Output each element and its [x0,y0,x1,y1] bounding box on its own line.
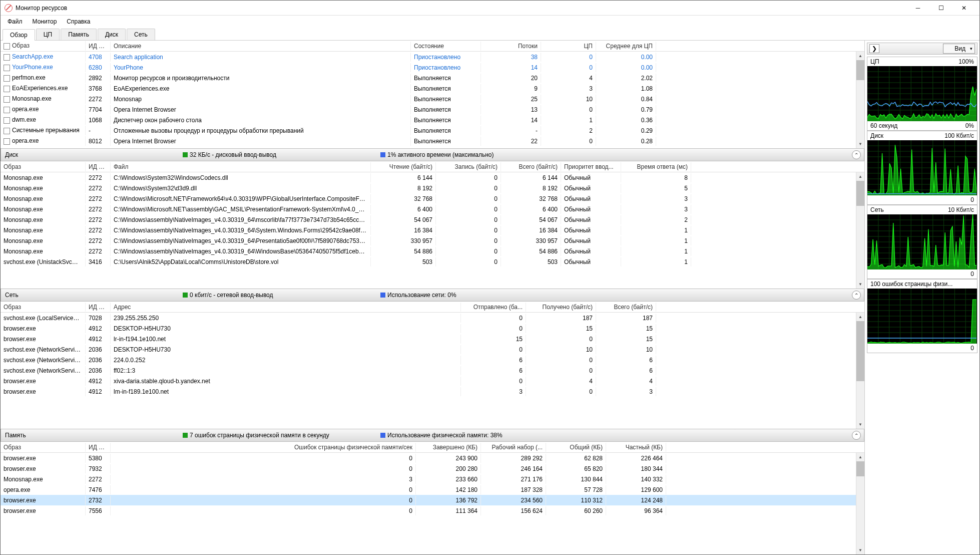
table-row[interactable]: browser.exe 4912 lr-in-f194.1e100.net 15… [1,334,864,344]
tab-overview[interactable]: Обзор [3,29,35,41]
col-image[interactable]: Образ [1,303,86,312]
table-row[interactable]: svchost.exe (NetworkService -p) 2036 DES… [1,344,864,355]
table-row[interactable]: Monosnap.exe 2272 3 233 660 271 176 130 … [1,474,864,484]
col-image[interactable]: Образ [1,41,86,50]
disk-grid: Образ ИД пр... Файл Чтение (байт/с) Запи… [1,161,864,289]
table-row[interactable]: browser.exe 7932 0 200 280 246 164 65 82… [1,463,864,474]
collapse-icon[interactable]: ⌃ [852,431,861,440]
menu-help[interactable]: Справка [62,16,95,27]
table-row[interactable]: EoAExperiences.exe 3768 EoAExperiences.e… [1,83,864,94]
collapse-icon[interactable]: ⌃ [852,150,861,159]
menu-file[interactable]: Файл [3,16,28,27]
checkbox[interactable] [4,107,10,113]
table-row[interactable]: Monosnap.exe 2272 C:\Windows\assembly\Na… [1,246,864,256]
col-pid[interactable]: ИД пр... [86,443,111,452]
checkbox-all[interactable] [4,43,10,50]
col-hf[interactable]: Ошибок страницы физической памяти/сек [111,443,416,452]
col-pid[interactable]: ИД пр... [86,303,111,312]
table-row[interactable]: YourPhone.exe 6280 YourPhone Приостановл… [1,62,864,73]
table-row[interactable]: Monosnap.exe 2272 C:\Windows\assembly\Na… [1,225,864,235]
table-row[interactable]: browser.exe 5380 0 243 900 289 292 62 82… [1,453,864,463]
table-row[interactable]: svchost.exe (UnistackSvcGroup) 3416 C:\U… [1,256,864,267]
col-write[interactable]: Запись (байт/с) [436,162,501,171]
col-private[interactable]: Частный (КБ) [606,443,666,452]
view-dropdown[interactable]: Вид [943,44,975,54]
col-resp[interactable]: Время ответа (мс) [621,162,691,171]
table-row[interactable]: Monosnap.exe 2272 C:\Windows\assembly\Na… [1,214,864,225]
maximize-button[interactable]: ☐ [929,1,952,16]
minimize-button[interactable]: ─ [906,1,929,16]
tab-memory[interactable]: Память [61,29,97,40]
side-collapse-button[interactable]: ❯ [869,44,879,53]
table-row[interactable]: dwm.exe 1068 Диспетчер окон рабочего сто… [1,115,864,125]
table-row[interactable]: svchost.exe (NetworkService -p) 2036 ff0… [1,365,864,376]
col-sent[interactable]: Отправлено (ба... [461,303,526,312]
tab-cpu[interactable]: ЦП [36,29,60,40]
table-row[interactable]: browser.exe 4912 lm-in-f189.1e100.net 3 … [1,386,864,397]
col-cpu[interactable]: ЦП [541,42,596,51]
tabbar: Обзор ЦП Память Диск Сеть [1,28,979,41]
table-row[interactable]: opera.exe 7476 0 142 180 187 328 57 728 … [1,484,864,495]
net-scrollbar[interactable]: ▲▼ [856,313,864,429]
col-total[interactable]: Всего (байт/с) [501,162,561,171]
table-row[interactable]: svchost.exe (LocalServiceAndNoIm... 7028… [1,313,864,323]
col-commit[interactable]: Завершено (КБ) [416,443,481,452]
col-prio[interactable]: Приоритет ввод... [561,162,621,171]
col-pid[interactable]: ИД пр... [86,162,111,171]
checkbox[interactable] [4,96,10,103]
collapse-icon[interactable]: ⌃ [852,291,861,300]
col-shared[interactable]: Общий (КБ) [546,443,606,452]
tab-disk[interactable]: Диск [98,29,126,40]
col-recv[interactable]: Получено (байт/с) [526,303,596,312]
titlebar[interactable]: Монитор ресурсов ─ ☐ ✕ [1,1,979,16]
chart-title: Диск [870,132,883,139]
checkbox[interactable] [4,86,10,92]
close-button[interactable]: ✕ [952,1,975,16]
col-avgcpu[interactable]: Среднее для ЦП [596,42,656,51]
col-image[interactable]: Образ [1,443,86,452]
table-row[interactable]: opera.exe 7704 Opera Internet Browser Вы… [1,104,864,115]
table-row[interactable]: Monosnap.exe 2272 C:\Windows\System32\d3… [1,183,864,193]
network-header[interactable]: Сеть 0 кбит/с - сетевой ввод-вывод Испол… [1,289,864,302]
table-row[interactable]: Monosnap.exe 2272 Monosnap Выполняется 2… [1,94,864,104]
disk-header[interactable]: Диск 32 КБ/с - дисковый ввод-вывод 1% ак… [1,148,864,161]
checkbox[interactable] [4,54,10,61]
green-square-icon [183,293,188,298]
checkbox[interactable] [4,128,10,134]
table-row[interactable]: Системные прерывания - Отложенные вызовы… [1,125,864,136]
col-desc[interactable]: Описание [111,42,411,51]
col-threads[interactable]: Потоки [481,42,541,51]
table-row[interactable]: Monosnap.exe 2272 C:\Windows\Microsoft.N… [1,193,864,204]
col-total[interactable]: Всего (байт/с) [596,303,656,312]
table-row[interactable]: Monosnap.exe 2272 C:\Windows\assembly\Na… [1,235,864,246]
app-icon [5,4,13,12]
checkbox[interactable] [4,117,10,124]
cpu-scrollbar[interactable]: ▲▼ [856,52,864,148]
disk-scrollbar[interactable]: ▲▼ [856,172,864,289]
table-row[interactable]: svchost.exe (NetworkService -p) 2036 224… [1,355,864,365]
checkbox[interactable] [4,65,10,71]
col-file[interactable]: Файл [111,162,371,171]
table-row[interactable]: browser.exe 2732 0 136 792 234 560 110 3… [1,495,864,505]
col-image[interactable]: Образ [1,162,86,171]
menu-monitor[interactable]: Монитор [28,16,62,27]
col-status[interactable]: Состояние [411,42,481,51]
checkbox[interactable] [4,75,10,82]
table-row[interactable]: opera.exe 8012 Opera Internet Browser Вы… [1,136,864,146]
table-row[interactable]: browser.exe 4912 DESKTOP-H5HU730 0 15 15 [1,323,864,334]
table-row[interactable]: perfmon.exe 2892 Монитор ресурсов и прои… [1,73,864,83]
col-addr[interactable]: Адрес [111,303,461,312]
col-ws[interactable]: Рабочий набор (... [481,443,546,452]
mem-scrollbar[interactable]: ▲▼ [856,453,864,554]
col-read[interactable]: Чтение (байт/с) [371,162,436,171]
table-row[interactable]: SearchApp.exe 4708 Search application Пр… [1,52,864,62]
checkbox[interactable] [4,138,10,145]
table-row[interactable]: Monosnap.exe 2272 C:\Windows\System32\Wi… [1,172,864,183]
table-row[interactable]: browser.exe 4912 xiva-daria.stable.qloud… [1,376,864,386]
chart-title: 100 ошибок страницы физи... [870,281,952,288]
tab-network[interactable]: Сеть [127,29,155,40]
table-row[interactable]: Monosnap.exe 2272 C:\Windows\Microsoft.N… [1,204,864,214]
col-pid[interactable]: ИД пр... [86,42,111,51]
memory-header[interactable]: Память 7 ошибок страницы физической памя… [1,429,864,442]
table-row[interactable]: browser.exe 7556 0 111 364 156 624 60 26… [1,505,864,516]
